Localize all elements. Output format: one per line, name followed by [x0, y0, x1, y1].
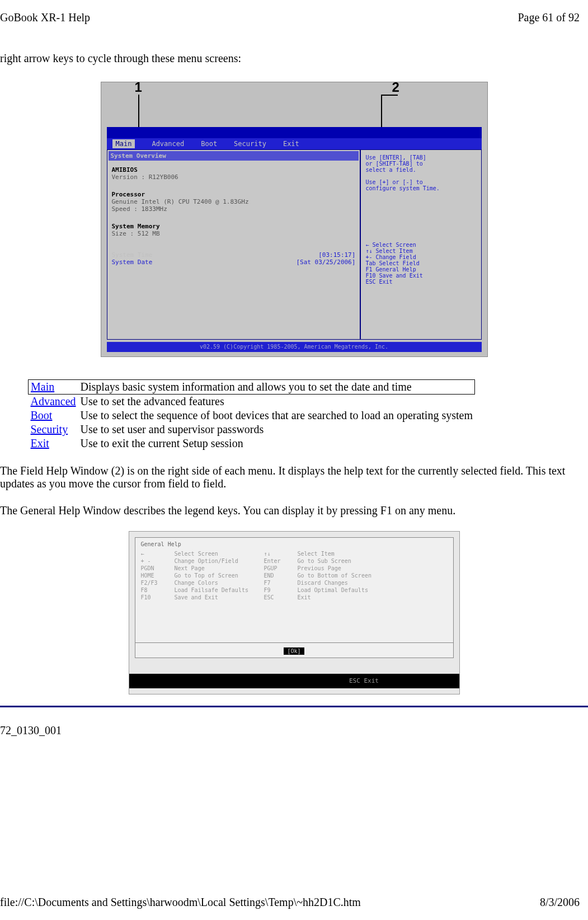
- help-cell: ↑↓: [264, 551, 292, 557]
- bios-menu-advanced: Advanced: [152, 140, 184, 148]
- system-date-value: [Sat 03/25/2006]: [296, 259, 355, 266]
- bios-help-5: configure system Time.: [365, 185, 476, 191]
- processor-name: Genuine Intel (R) CPU T2400 @ 1.83GHz: [112, 198, 356, 205]
- bios-help-3: select a field.: [365, 167, 476, 173]
- help-cell: F8: [141, 587, 169, 593]
- boot-link[interactable]: Boot: [31, 409, 53, 421]
- table-row: Main Displays basic system information a…: [29, 380, 475, 395]
- help-cell: Save and Exit: [175, 594, 258, 600]
- help-cell: F10: [141, 594, 169, 600]
- help-cell: F7: [264, 580, 292, 586]
- help-cell: F9: [264, 587, 292, 593]
- callout-2-line-h: [382, 95, 398, 96]
- divider: [0, 706, 588, 707]
- amibios-label: AMIBIOS: [112, 166, 356, 173]
- bios-nav-7: ESC Exit: [365, 279, 476, 285]
- bios-menu-security: Security: [234, 140, 266, 148]
- intro-text: right arrow keys to cycle through these …: [0, 52, 588, 65]
- field-help-para: The Field Help Window (2) is on the righ…: [0, 464, 588, 490]
- page-number: Page 61 of 92: [518, 11, 580, 24]
- bios-nav-6: F10 Save and Exit: [365, 273, 476, 279]
- document-id: 72_0130_001: [0, 724, 588, 737]
- help-cell: Next Page: [175, 565, 258, 571]
- bios-left-panel: System Overview AMIBIOS Version : R12YB0…: [107, 149, 361, 340]
- help-cell: END: [264, 572, 292, 579]
- bios-menu-main: Main: [112, 139, 135, 148]
- bios-menu-bar: Main Advanced Boot Security Exit: [107, 138, 482, 149]
- help-cell: Go to Bottom of Screen: [298, 572, 448, 579]
- advanced-desc: Use to set the advanced features: [78, 395, 475, 409]
- memory-size: Size : 512 MB: [112, 230, 356, 237]
- exit-desc: Use to exit the current Setup session: [78, 436, 475, 450]
- help-title: General Help: [141, 541, 448, 547]
- table-row: Security Use to set user and supervisor …: [29, 423, 475, 436]
- bios-copyright: v02.59 (C)Copyright 1985-2005, American …: [107, 342, 482, 352]
- bios-nav-4: Tab Select Field: [365, 260, 476, 266]
- help-cell: PGUP: [264, 565, 292, 571]
- menu-descriptions-table: Main Displays basic system information a…: [28, 379, 475, 450]
- help-cell: Change Option/Field: [175, 558, 258, 564]
- main-link[interactable]: Main: [31, 381, 54, 393]
- table-row: Advanced Use to set the advanced feature…: [29, 395, 475, 409]
- footer-date: 8/3/2006: [540, 896, 580, 909]
- general-help-para: The General Help Window describes the le…: [0, 504, 588, 517]
- bios-version: Version : R12YB006: [112, 173, 356, 181]
- system-time-label: System Time: [112, 251, 153, 259]
- bios-title-bar: [107, 127, 482, 138]
- help-cell: HOME: [141, 572, 169, 579]
- help-cell: ←: [141, 551, 169, 557]
- help-cell: Change Colors: [175, 580, 258, 586]
- general-help-screenshot: General Help ←Select Screen↑↓Select Item…: [129, 531, 460, 694]
- help-cell: Select Item: [298, 551, 448, 557]
- exit-link[interactable]: Exit: [31, 437, 49, 449]
- help-cell: Go to Top of Screen: [175, 572, 258, 579]
- bios-nav-1: ← Select Screen: [365, 242, 476, 248]
- footer-path: file://C:\Documents and Settings\harwood…: [0, 896, 361, 909]
- bios-nav-3: +- Change Field: [365, 254, 476, 260]
- boot-desc: Use to select the sequence of boot devic…: [78, 409, 475, 423]
- bios-help-1: Use [ENTER], [TAB]: [365, 154, 476, 161]
- help-cell: Discard Changes: [298, 580, 448, 586]
- help-cell: Select Screen: [175, 551, 258, 557]
- table-row: Exit Use to exit the current Setup sessi…: [29, 436, 475, 450]
- help-cell: + -: [141, 558, 169, 564]
- memory-label: System Memory: [112, 223, 356, 230]
- help-bottom-bar: ESC Exit: [129, 674, 459, 688]
- processor-speed: Speed : 1833MHz: [112, 205, 356, 213]
- header-title: GoBook XR-1 Help: [0, 11, 90, 24]
- system-time-value: [03:15:17]: [318, 251, 355, 259]
- main-desc: Displays basic system information and al…: [78, 380, 475, 395]
- help-cell: ESC: [264, 594, 292, 600]
- help-cell: Go to Sub Screen: [298, 558, 448, 564]
- bios-overview-title: System Overview: [109, 151, 359, 161]
- bios-nav-5: F1 General Help: [365, 266, 476, 273]
- advanced-link[interactable]: Advanced: [31, 395, 76, 407]
- system-date-label: System Date: [112, 259, 153, 266]
- processor-label: Processor: [112, 191, 356, 198]
- table-row: Boot Use to select the sequence of boot …: [29, 409, 475, 423]
- security-desc: Use to set user and supervisor passwords: [78, 423, 475, 436]
- help-ok-button: [Ok]: [284, 647, 304, 655]
- help-cell: Exit: [298, 594, 448, 600]
- bios-help-2: or [SHIFT-TAB] to: [365, 161, 476, 167]
- bios-nav-2: ↑↓ Select Item: [365, 248, 476, 254]
- security-link[interactable]: Security: [31, 423, 68, 435]
- help-cell: Load Optimal Defaults: [298, 587, 448, 593]
- help-cell: F2/F3: [141, 580, 169, 586]
- help-cell: Enter: [264, 558, 292, 564]
- help-cell: Load Failsafe Defaults: [175, 587, 258, 593]
- bios-menu-boot: Boot: [201, 140, 217, 148]
- help-cell: Previous Page: [298, 565, 448, 571]
- callout-1: 1: [135, 79, 142, 95]
- bios-right-panel: Use [ENTER], [TAB] or [SHIFT-TAB] to sel…: [360, 149, 481, 340]
- callout-2: 2: [392, 79, 399, 95]
- bios-help-4: Use [+] or [-] to: [365, 179, 476, 185]
- help-cell: PGDN: [141, 565, 169, 571]
- bios-menu-exit: Exit: [283, 140, 299, 148]
- bios-screenshot: 1 2 Main Advanced Boot Security Exit Sys…: [101, 82, 488, 357]
